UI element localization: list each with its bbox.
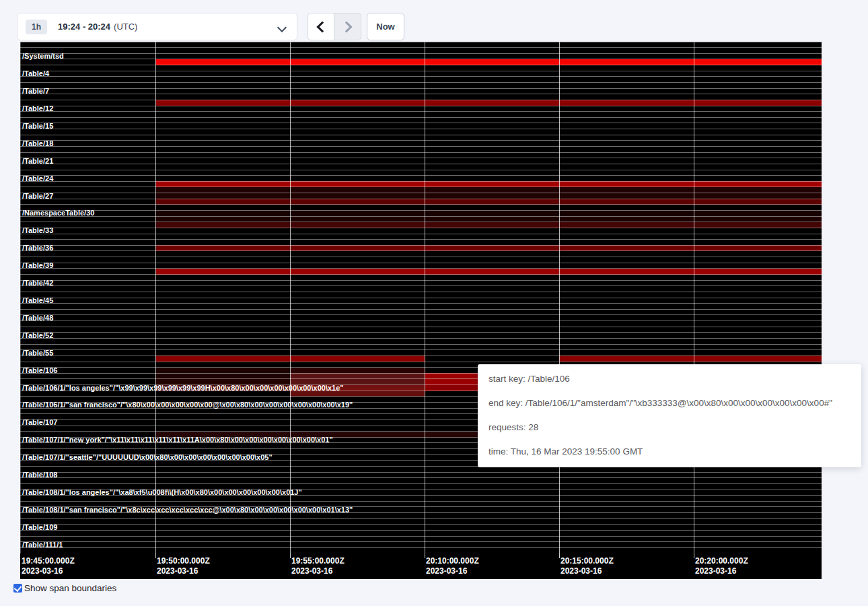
span-boundary-line (20, 280, 822, 281)
span-boundary-line (20, 187, 822, 187)
tick-date: 2023-03-16 (695, 566, 748, 576)
range-shortcut-badge: 1h (26, 20, 47, 34)
span-boundary-line (20, 245, 822, 246)
time-bucket-line (155, 42, 156, 553)
cell-tooltip: start key: /Table/106 end key: /Table/10… (478, 364, 861, 467)
span-boundary-line (20, 76, 822, 77)
time-nav-group (308, 13, 361, 40)
axis-tick (155, 553, 156, 558)
grid-left-edge (20, 42, 21, 553)
span-boundary-line (20, 274, 822, 275)
key-visualizer-page: 1h 19:24 - 20:24 (UTC) Now /System/tsd/T… (0, 0, 868, 606)
span-boundary-line (20, 94, 822, 94)
tick-time: 19:55:00.000Z (291, 556, 345, 566)
chevron-right-icon (340, 21, 352, 32)
span-boundary-line (20, 42, 822, 42)
show-span-boundaries-checkbox[interactable] (13, 584, 22, 593)
span-label: /Table/108/1/"san francisco"/"\x8c\xcc\x… (22, 507, 353, 513)
span-boundary-line (20, 53, 822, 54)
span-boundary-line (20, 314, 822, 315)
span-boundary-line (20, 65, 822, 65)
tick-time: 19:45:00.000Z (22, 556, 75, 566)
span-boundary-line (20, 338, 822, 339)
span-boundary-line (20, 518, 822, 519)
span-label: /Table/27 (22, 193, 53, 199)
span-label: /Table/36 (22, 245, 53, 251)
tick-time: 20:10:00.000Z (426, 556, 479, 566)
span-boundary-line (20, 250, 822, 251)
show-span-boundaries-label: Show span boundaries (24, 583, 116, 593)
axis-tick-label: 20:20:00.000Z2023-03-16 (695, 556, 748, 576)
previous-range-button[interactable] (308, 13, 334, 40)
tick-time: 19:50:00.000Z (157, 556, 210, 566)
span-boundary-line (20, 547, 822, 548)
span-boundary-line (20, 344, 822, 345)
chevron-down-icon (277, 23, 287, 32)
time-bucket-line (425, 42, 425, 553)
span-boundary-line (20, 204, 822, 205)
span-label: /Table/106/1/"san francisco"/"\x80\x00\x… (22, 402, 353, 408)
span-boundary-line (20, 362, 822, 362)
span-label: /Table/18 (22, 141, 53, 147)
time-range-selector[interactable]: 1h 19:24 - 20:24 (UTC) (17, 13, 297, 40)
span-boundary-line (20, 321, 822, 321)
span-boundary-line (20, 483, 822, 484)
axis-tick-label: 19:55:00.000Z2023-03-16 (291, 556, 345, 576)
next-range-button[interactable] (334, 13, 361, 40)
span-boundary-line (20, 303, 822, 304)
tooltip-requests: requests: 28 (489, 415, 851, 440)
tick-date: 2023-03-16 (22, 566, 75, 576)
span-boundary-line (20, 135, 822, 135)
span-boundary-line (20, 123, 822, 123)
span-boundary-line (20, 106, 822, 106)
span-label: /Table/24 (22, 176, 53, 182)
span-label: /Table/106 (22, 368, 57, 374)
span-boundary-line (20, 216, 822, 217)
span-boundary-line (20, 140, 822, 141)
span-label: /Table/52 (22, 333, 53, 339)
span-boundary-line (20, 524, 822, 525)
span-boundary-line (20, 210, 822, 211)
span-boundary-line (20, 71, 822, 71)
span-boundary-line (20, 541, 822, 542)
span-boundary-line (20, 234, 822, 234)
span-boundary-line (20, 199, 822, 199)
span-label: /Table/15 (22, 123, 53, 129)
span-boundary-line (20, 472, 822, 473)
time-axis: 19:45:00.000Z2023-03-1619:50:00.000Z2023… (20, 553, 822, 579)
span-boundary-line (20, 536, 822, 537)
span-boundary-line (20, 152, 822, 153)
key-visualizer-canvas[interactable]: /System/tsd/Table/4/Table/7/Table/12/Tab… (20, 42, 822, 579)
span-boundary-line (20, 181, 822, 182)
tick-date: 2023-03-16 (291, 566, 345, 576)
span-boundary-line (20, 309, 822, 310)
span-boundary-line (20, 285, 822, 286)
span-label: /Table/39 (22, 263, 53, 269)
span-label: /Table/42 (22, 280, 53, 286)
span-label: /Table/21 (22, 158, 53, 164)
span-boundary-line (20, 298, 822, 298)
span-boundary-line (20, 349, 822, 350)
chevron-left-icon (317, 21, 328, 32)
axis-tick-label: 19:45:00.000Z2023-03-16 (22, 556, 75, 576)
span-label: /Table/55 (22, 350, 53, 356)
span-label: /Table/107/1/"new york"/"\x11\x11\x11\x1… (22, 437, 333, 443)
axis-tick (559, 553, 560, 558)
span-label: /Table/107/1/"seattle"/"UUUUUUD\x00\x80\… (22, 454, 273, 461)
span-boundary-line (20, 477, 822, 478)
range-text: 19:24 - 20:24 (58, 22, 110, 32)
span-boundary-line (20, 257, 822, 257)
span-label: /Table/107 (22, 419, 57, 426)
tick-date: 2023-03-16 (157, 566, 210, 576)
now-button[interactable]: Now (367, 13, 404, 40)
span-label: /Table/48 (22, 315, 53, 321)
span-boundary-line (20, 332, 822, 333)
time-bucket-line (290, 42, 291, 553)
time-bucket-line (694, 42, 694, 553)
span-label: /Table/109 (22, 525, 57, 531)
axis-tick-label: 20:10:00.000Z2023-03-16 (426, 556, 479, 576)
axis-tick (290, 553, 291, 558)
tick-time: 20:15:00.000Z (560, 556, 614, 566)
span-label: /Table/4 (22, 71, 49, 77)
span-boundary-line (20, 228, 822, 228)
